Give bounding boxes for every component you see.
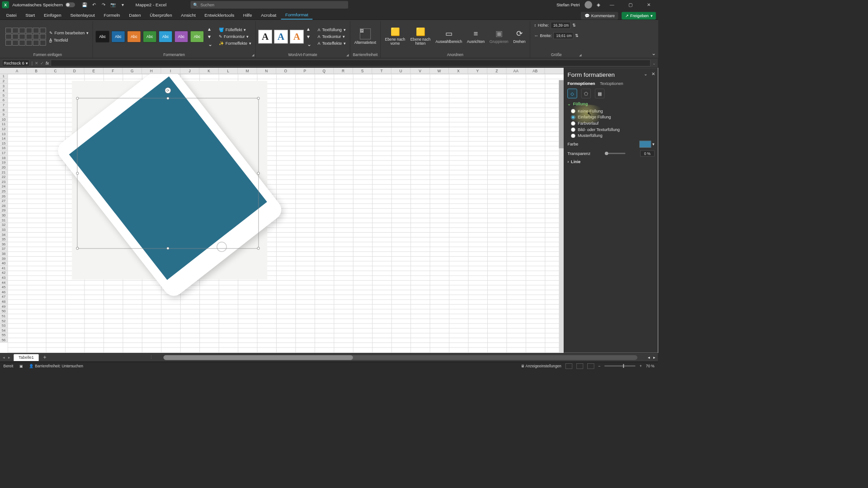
col-Q[interactable]: Q bbox=[315, 68, 334, 74]
row-12[interactable]: 12 bbox=[0, 127, 7, 131]
display-settings[interactable]: 🖥 Anzeigeeinstellungen bbox=[521, 364, 561, 368]
name-box[interactable]: Rechteck 6 ▾ bbox=[2, 60, 30, 66]
camera-icon[interactable]: 📷 bbox=[110, 2, 117, 8]
row-50[interactable]: 50 bbox=[0, 309, 7, 314]
row-19[interactable]: 19 bbox=[0, 160, 7, 165]
fill-color-picker[interactable] bbox=[639, 141, 651, 148]
row-33[interactable]: 33 bbox=[0, 227, 7, 232]
wordart-style-1[interactable]: A bbox=[258, 30, 272, 43]
align-button[interactable]: ≡Ausrichten bbox=[466, 29, 486, 44]
tab-datei[interactable]: Datei bbox=[2, 11, 21, 19]
fill-none-radio[interactable]: Keine Füllung bbox=[571, 108, 655, 113]
row-27[interactable]: 27 bbox=[0, 199, 7, 204]
height-input[interactable] bbox=[551, 22, 571, 29]
resize-handle-e[interactable] bbox=[257, 172, 260, 175]
minimize-button[interactable]: — bbox=[605, 0, 619, 9]
comments-button[interactable]: 💬 Kommentare bbox=[581, 12, 618, 20]
tab-start[interactable]: Start bbox=[21, 11, 39, 19]
sheet-prev-icon[interactable]: ◂ bbox=[3, 355, 5, 360]
row-53[interactable]: 53 bbox=[0, 324, 7, 328]
shape-fill-button[interactable]: 🪣Fülleffekt▾ bbox=[217, 27, 253, 33]
alttext-button[interactable]: 🖼 Alternativtext bbox=[353, 28, 377, 45]
row-26[interactable]: 26 bbox=[0, 194, 7, 199]
textfield-button[interactable]: A̲ Textfeld bbox=[48, 37, 90, 43]
resize-handle-se[interactable] bbox=[257, 247, 260, 250]
shape-style-1[interactable]: Abc bbox=[96, 31, 109, 42]
row-30[interactable]: 30 bbox=[0, 213, 7, 218]
accessibility-status[interactable]: 👤 Barrierefreiheit: Untersuchen bbox=[29, 364, 83, 368]
resize-handle-ne[interactable] bbox=[257, 97, 260, 100]
qat-more-icon[interactable]: ▾ bbox=[120, 2, 126, 8]
row-34[interactable]: 34 bbox=[0, 232, 7, 237]
gallery-up-icon[interactable]: ▴ bbox=[208, 26, 212, 32]
row-13[interactable]: 13 bbox=[0, 131, 7, 136]
row-45[interactable]: 45 bbox=[0, 285, 7, 290]
tab-text-options[interactable]: Textoptionen bbox=[600, 81, 623, 86]
row-16[interactable]: 16 bbox=[0, 146, 7, 151]
col-U[interactable]: U bbox=[392, 68, 410, 74]
selected-shape[interactable]: ⟳ bbox=[77, 98, 259, 249]
formula-input[interactable] bbox=[51, 60, 651, 66]
shape-style-6[interactable]: Abc bbox=[175, 31, 188, 42]
close-button[interactable]: ✕ bbox=[642, 0, 656, 9]
col-G[interactable]: G bbox=[123, 68, 142, 74]
shape-gallery[interactable] bbox=[5, 28, 46, 45]
wa-down-icon[interactable]: ▾ bbox=[307, 33, 311, 40]
shape-style-5[interactable]: Abc bbox=[159, 31, 172, 42]
tab-formformat[interactable]: Formformat bbox=[281, 10, 312, 19]
share-button[interactable]: ↗ Freigeben ▾ bbox=[622, 12, 656, 20]
row-52[interactable]: 52 bbox=[0, 319, 7, 324]
diamond-icon[interactable]: ◈ bbox=[597, 2, 600, 7]
row-18[interactable]: 18 bbox=[0, 155, 7, 160]
wordart-style-3[interactable]: A bbox=[290, 30, 303, 43]
shape-style-7[interactable]: Abc bbox=[190, 31, 204, 42]
fill-section-header[interactable]: ⌄ Füllung bbox=[567, 102, 655, 107]
scroll-left-icon[interactable]: ◂ bbox=[648, 355, 650, 360]
row-5[interactable]: 5 bbox=[0, 93, 7, 98]
col-I[interactable]: I bbox=[161, 68, 180, 74]
row-21[interactable]: 21 bbox=[0, 170, 7, 175]
row-9[interactable]: 9 bbox=[0, 113, 7, 117]
cancel-icon[interactable]: ✕ bbox=[35, 61, 38, 66]
macro-icon[interactable]: ▣ bbox=[19, 364, 23, 368]
col-C[interactable]: C bbox=[46, 68, 65, 74]
row-43[interactable]: 43 bbox=[0, 275, 7, 280]
shape-style-2[interactable]: Abc bbox=[111, 31, 125, 42]
resize-handle-n[interactable] bbox=[166, 97, 169, 100]
shape-style-4[interactable]: Abc bbox=[143, 31, 156, 42]
fx-icon[interactable]: fx bbox=[46, 61, 49, 66]
horizontal-scrollbar[interactable] bbox=[164, 355, 637, 360]
tab-einfuegen[interactable]: Einfügen bbox=[40, 11, 66, 19]
tab-formeln[interactable]: Formeln bbox=[99, 11, 124, 19]
chevron-down-icon[interactable]: ▾ bbox=[652, 142, 655, 147]
redo-icon[interactable]: ↷ bbox=[100, 2, 107, 8]
row-20[interactable]: 20 bbox=[0, 165, 7, 170]
tab-hilfe[interactable]: Hilfe bbox=[239, 11, 256, 19]
resize-handle-s[interactable] bbox=[166, 247, 169, 250]
col-T[interactable]: T bbox=[372, 68, 391, 74]
col-J[interactable]: J bbox=[180, 68, 199, 74]
col-H[interactable]: H bbox=[142, 68, 161, 74]
col-Y[interactable]: Y bbox=[468, 68, 487, 74]
col-E[interactable]: E bbox=[84, 68, 103, 74]
rotate-button[interactable]: ⟳Drehen bbox=[512, 29, 527, 44]
row-28[interactable]: 28 bbox=[0, 203, 7, 208]
add-sheet-button[interactable]: ＋ bbox=[42, 354, 47, 361]
col-A[interactable]: A bbox=[8, 68, 27, 74]
styles-launcher-icon[interactable]: ◢ bbox=[252, 53, 254, 56]
fill-gradient-radio[interactable]: Farbverlauf bbox=[571, 121, 655, 126]
group-button[interactable]: ▣Gruppieren bbox=[488, 29, 510, 44]
col-P[interactable]: P bbox=[295, 68, 314, 74]
row-1[interactable]: 1 bbox=[0, 74, 7, 79]
tab-splitter[interactable]: ⋮ bbox=[149, 355, 153, 360]
row-14[interactable]: 14 bbox=[0, 136, 7, 141]
col-R[interactable]: R bbox=[334, 68, 353, 74]
width-input[interactable] bbox=[553, 32, 573, 39]
row-41[interactable]: 41 bbox=[0, 266, 7, 271]
row-46[interactable]: 46 bbox=[0, 290, 7, 295]
col-Z[interactable]: Z bbox=[487, 68, 506, 74]
row-39[interactable]: 39 bbox=[0, 256, 7, 261]
tab-daten[interactable]: Daten bbox=[125, 11, 145, 19]
text-outline-button[interactable]: ATextkontur▾ bbox=[316, 33, 347, 40]
row-29[interactable]: 29 bbox=[0, 208, 7, 213]
